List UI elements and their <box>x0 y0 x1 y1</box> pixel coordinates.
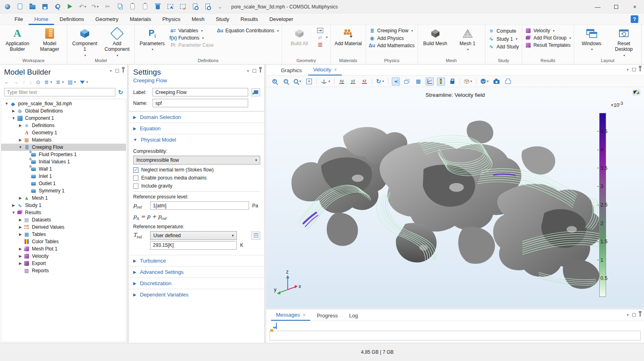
close-tab-icon[interactable]: × <box>303 312 305 318</box>
redo-icon[interactable]: ↷▾ <box>92 3 98 10</box>
tree-item-wall-1[interactable]: Wall 1 <box>1 165 126 173</box>
copy-icon[interactable] <box>117 3 123 10</box>
chevron-collapsed-icon[interactable]: ▶ <box>17 196 23 200</box>
result-templates-button[interactable]: Result Templates <box>525 42 571 48</box>
component-1-button[interactable]: Component 1▾ <box>70 26 99 57</box>
tree-item-root[interactable]: ▼◆pore_scale_flow_3d.mph <box>1 100 126 107</box>
compressibility-select[interactable]: Incompressible flow▾ <box>133 156 260 165</box>
tab-log[interactable]: Log <box>344 311 363 321</box>
functions-button[interactable]: f(x) Functions▾ <box>170 35 213 41</box>
scene-light-toggle-icon[interactable]: ◄) <box>392 77 400 86</box>
compute-button[interactable]: = Compute <box>488 28 519 34</box>
section-turbulence[interactable]: ▶Turbulence <box>129 255 264 266</box>
panel-menu-icon[interactable]: ▾ <box>627 67 629 72</box>
plot-axes-toggle-icon[interactable] <box>426 77 434 86</box>
float-panel-icon[interactable] <box>632 313 636 317</box>
grid-toggle-icon[interactable]: ▦ <box>414 77 422 86</box>
rename-button[interactable] <box>251 88 260 96</box>
forward-icon[interactable]: → <box>13 79 19 85</box>
add-mathematics-button[interactable]: Δu Add Mathematics <box>369 43 415 48</box>
tab-study[interactable]: Study <box>210 13 235 25</box>
chevron-collapsed-icon[interactable]: ▶ <box>17 123 23 127</box>
checkbox-unchecked-icon[interactable] <box>133 175 138 181</box>
customize-quick-access-icon[interactable]: ⌄ <box>217 3 224 10</box>
study-1-dropdown[interactable]: ∿ Study 1▾ <box>488 36 519 42</box>
tab-progress[interactable]: Progress <box>312 311 343 321</box>
add-study-button[interactable]: ∿ Add Study <box>488 44 519 50</box>
zoom-extents-icon[interactable]: + <box>305 77 313 86</box>
neglect-inertial-checkbox-row[interactable]: ✓ Neglect inertial term (Stokes flow) <box>133 167 260 173</box>
panel-menu-icon[interactable]: ▾ <box>627 313 629 317</box>
close-button[interactable]: × <box>625 0 644 13</box>
transparency-toggle-icon[interactable] <box>403 77 411 86</box>
parameter-case-button[interactable]: Pi Parameter Case <box>170 42 213 48</box>
plot-thumbnail-icon[interactable] <box>632 89 640 96</box>
search-settings-icon[interactable] <box>204 3 211 10</box>
float-panel-icon[interactable] <box>632 68 636 71</box>
move-up-icon[interactable]: ↑ <box>23 79 25 85</box>
rotate-icon[interactable]: ↻▾ <box>375 77 385 86</box>
graphics-canvas[interactable]: Streamline: Velocity field <box>266 87 644 308</box>
creeping-flow-dropdown[interactable]: ≣ Creeping Flow▾ <box>369 28 415 33</box>
tree-item-component-1[interactable]: ▼Component 1 <box>1 115 126 122</box>
float-panel-icon[interactable] <box>253 69 256 73</box>
chevron-expanded-icon[interactable]: ▼ <box>4 102 10 106</box>
chevron-expanded-icon[interactable]: ▼ <box>17 145 23 149</box>
geometry-virtual-operations-button[interactable]: ▥ <box>317 42 328 47</box>
add-material-button[interactable]: Add Material <box>334 26 363 46</box>
tree-item-mesh-1[interactable]: ▶▲Mesh 1 <box>1 194 126 202</box>
tree-item-fluid-properties-1[interactable]: Fluid Properties 1 <box>1 151 126 158</box>
help-button[interactable]: ? <box>631 15 638 23</box>
collapse-all-icon[interactable]: ≣▾ <box>56 79 64 85</box>
add-component-button[interactable]: Add Component▾ <box>102 26 132 57</box>
velocity-dropdown[interactable]: Velocity▾ <box>525 28 571 33</box>
find-icon[interactable] <box>192 3 199 10</box>
section-domain-selection[interactable]: ▶Domain Selection <box>129 111 264 123</box>
save-as-icon[interactable] <box>54 3 61 10</box>
back-icon[interactable]: ← <box>4 79 9 85</box>
paste-icon[interactable] <box>129 3 136 10</box>
section-discretization[interactable]: ▶Discretization <box>129 278 264 289</box>
delete-icon[interactable] <box>154 3 161 10</box>
image-snapshot-icon[interactable] <box>493 77 501 86</box>
tree-item-datasets[interactable]: ▶▤Datasets <box>1 216 126 223</box>
geometry-livelink-button[interactable]: ⇄▾ <box>317 35 328 40</box>
move-down-icon[interactable]: ↓ <box>29 79 32 85</box>
tree-item-tables[interactable]: ▶▦Tables <box>1 231 126 238</box>
lock-axes-icon[interactable] <box>448 77 456 86</box>
expand-all-icon[interactable]: ≣▾ <box>44 79 52 85</box>
name-field[interactable] <box>153 99 248 107</box>
tree-item-definitions[interactable]: ▶≡Definitions <box>1 122 126 129</box>
chevron-collapsed-icon[interactable]: ▶ <box>17 232 23 236</box>
tree-item-outlet-1[interactable]: Outlet 1 <box>1 180 126 187</box>
tree-item-creeping-flow[interactable]: ▼≣Creeping Flow <box>1 144 126 151</box>
windows-button[interactable]: Windows▾ <box>577 26 606 51</box>
tree-item-color-tables[interactable]: Color Tables <box>1 238 126 245</box>
tab-velocity-window[interactable]: Velocity × <box>308 65 342 75</box>
tree-item-study-1[interactable]: ▶∿Study 1 <box>1 202 126 209</box>
tab-developer[interactable]: Developer <box>263 13 299 25</box>
minimize-button[interactable]: — <box>588 0 607 13</box>
chevron-collapsed-icon[interactable]: ▶ <box>10 203 17 207</box>
node-text-icon[interactable]: ▤▾ <box>68 79 76 85</box>
zoom-box-icon[interactable]: ▾ <box>293 77 302 86</box>
chevron-collapsed-icon[interactable]: ▶ <box>10 109 17 113</box>
panel-menu-icon[interactable]: ▾ <box>110 69 112 73</box>
variables-button[interactable]: a= Variables▾ <box>170 28 213 33</box>
tab-physics[interactable]: Physics <box>157 13 186 25</box>
print-icon[interactable] <box>504 77 512 86</box>
view-xy-icon[interactable]: xy <box>338 77 346 86</box>
tree-item-mesh-plot-1[interactable]: ▶Mesh Plot 1 <box>1 245 126 252</box>
float-panel-icon[interactable] <box>115 69 119 73</box>
tree-item-derived-values[interactable]: ▶8.85 e-12Derived Values <box>1 223 126 231</box>
view-xz-icon[interactable]: xz <box>360 77 368 86</box>
chevron-expanded-icon[interactable]: ▼ <box>10 211 17 215</box>
tree-item-materials[interactable]: ▶▦Materials <box>1 136 126 144</box>
color-theme-icon[interactable]: ▾ <box>463 77 473 86</box>
new-file-icon[interactable] <box>17 3 23 10</box>
zoom-out-icon[interactable] <box>282 77 290 86</box>
temperature-list-button[interactable] <box>251 232 260 240</box>
application-builder-button[interactable]: A Application Builder <box>3 26 32 52</box>
mesh-1-button[interactable]: Mesh 1▾ <box>453 26 482 51</box>
build-mesh-button[interactable]: Build Mesh <box>421 26 450 46</box>
